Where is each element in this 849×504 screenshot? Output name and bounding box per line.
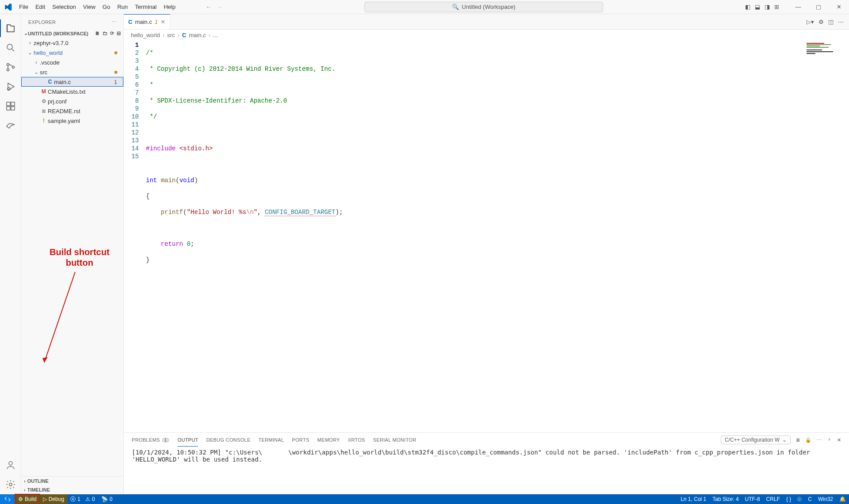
menu-file[interactable]: File — [15, 0, 32, 14]
editor-tab-main-c[interactable]: C main.c 1 ✕ — [124, 14, 170, 29]
svg-point-10 — [9, 483, 12, 486]
menu-view[interactable]: View — [80, 0, 99, 14]
menu-run[interactable]: Run — [114, 0, 131, 14]
maximize-icon[interactable]: ▢ — [808, 0, 829, 14]
minimap[interactable] — [805, 40, 849, 432]
status-language[interactable]: C — [805, 494, 815, 504]
workspace-header[interactable]: ⌄ UNTITLED (WORKSPACE) 🗎 🗀 ⟳ ⊟ — [21, 30, 123, 37]
status-encoding[interactable]: UTF-8 — [742, 494, 763, 504]
debug-button[interactable]: ▷Debug — [40, 494, 67, 504]
filter-icon[interactable]: ≣ — [796, 437, 800, 443]
split-editor-icon[interactable]: ◫ — [828, 19, 834, 25]
toggle-primary-sidebar-icon[interactable]: ◧ — [745, 4, 750, 10]
c-file-icon: C — [46, 79, 54, 85]
svg-rect-6 — [7, 107, 10, 110]
zephyr-icon[interactable] — [0, 116, 21, 135]
warning-icon: ⚠ — [85, 496, 90, 502]
explorer-more-icon[interactable]: ⋯ — [111, 19, 116, 25]
gear-icon[interactable]: ⚙ — [818, 19, 824, 25]
panel-close-icon[interactable]: ✕ — [837, 437, 841, 443]
modified-dot-icon: ● — [114, 68, 118, 76]
refresh-icon[interactable]: ⟳ — [110, 31, 114, 36]
outline-section[interactable]: ›OUTLINE — [21, 477, 123, 485]
accounts-icon[interactable] — [0, 455, 21, 475]
status-braces-icon[interactable]: { } — [783, 494, 794, 504]
nav-forward-icon[interactable]: → — [217, 4, 222, 10]
panel-tab-xrtos[interactable]: XRTOS — [348, 435, 365, 444]
panel-tab-output[interactable]: OUTPUT — [177, 435, 198, 444]
breadcrumb-item[interactable]: ... — [213, 32, 218, 38]
explorer-icon[interactable] — [0, 19, 21, 38]
menu-edit[interactable]: Edit — [32, 0, 49, 14]
tree-folder-src[interactable]: ⌄src● — [21, 67, 123, 77]
tree-folder-zephyr[interactable]: ›zephyr-v3.7.0 — [21, 38, 123, 48]
menu-help[interactable]: Help — [160, 0, 179, 14]
tab-close-icon[interactable]: ✕ — [161, 19, 165, 25]
tree-file-cmakelists[interactable]: MCMakeLists.txt — [21, 87, 123, 96]
run-debug-icon[interactable] — [0, 77, 21, 96]
status-tab-size[interactable]: Tab Size: 4 — [709, 494, 742, 504]
status-eol[interactable]: CRLF — [763, 494, 783, 504]
status-problems[interactable]: ⓧ1 ⚠0 — [67, 494, 98, 504]
collapse-icon[interactable]: ⊟ — [117, 31, 121, 36]
output-body[interactable]: [10/1/2024, 10:50:32 PM] "c:\Users\ \wor… — [124, 447, 849, 494]
panel-tab-problems[interactable]: PROBLEMS1 — [132, 435, 169, 444]
more-icon[interactable]: ⋯ — [817, 437, 822, 443]
new-file-icon[interactable]: 🗎 — [95, 31, 100, 36]
new-folder-icon[interactable]: 🗀 — [103, 31, 107, 36]
code-editor[interactable]: 123456789101112131415 /* * Copyright (c)… — [124, 40, 849, 432]
breadcrumb-item[interactable]: main.c — [189, 32, 206, 38]
build-button[interactable]: ⚙Build — [15, 494, 40, 504]
tree-file-readme[interactable]: ≣README.rst — [21, 106, 123, 116]
tree-file-sample-yaml[interactable]: !sample.yaml — [21, 116, 123, 126]
chevron-down-icon: ⌄ — [33, 69, 40, 75]
more-actions-icon[interactable]: ⋯ — [838, 19, 844, 25]
svg-point-9 — [9, 462, 12, 465]
timeline-section[interactable]: ›TIMELINE — [21, 485, 123, 494]
code-content[interactable]: /* * Copyright (c) 2012-2014 Wind River … — [146, 40, 849, 432]
workspace-name: UNTITLED (WORKSPACE) — [28, 31, 88, 36]
menu-terminal[interactable]: Terminal — [131, 0, 160, 14]
command-center[interactable]: 🔍 Untitled (Workspace) — [364, 2, 603, 12]
panel-tab-terminal[interactable]: TERMINAL — [258, 435, 284, 444]
toggle-panel-icon[interactable]: ⬓ — [755, 4, 760, 10]
tree-file-main-c[interactable]: Cmain.c1 — [21, 77, 123, 87]
tree-folder-hello-world[interactable]: ⌄hello_world● — [21, 48, 123, 57]
customize-layout-icon[interactable]: ⊞ — [774, 4, 779, 10]
lock-icon[interactable]: 🔒 — [805, 437, 811, 443]
panel-tab-ports[interactable]: PORTS — [292, 435, 309, 444]
status-language-extra-icon[interactable]: ⦾ — [794, 494, 805, 504]
menu-go[interactable]: Go — [99, 0, 114, 14]
panel-tab-memory[interactable]: MEMORY — [317, 435, 340, 444]
extensions-icon[interactable] — [0, 96, 21, 116]
layout-controls: ◧ ⬓ ◨ ⊞ — [745, 4, 779, 10]
tree-folder-vscode[interactable]: ›.vscode — [21, 57, 123, 67]
breadcrumb-item[interactable]: hello_world — [131, 32, 160, 38]
status-ports[interactable]: 📡0 — [98, 494, 116, 504]
status-cursor-position[interactable]: Ln 1, Col 1 — [677, 494, 709, 504]
output-channel-select[interactable]: C/C++ Configuration W⌄ — [721, 435, 791, 444]
source-control-icon[interactable] — [0, 57, 21, 77]
chevron-right-icon: › — [24, 478, 26, 484]
chevron-up-icon[interactable]: ＾ — [827, 437, 832, 443]
vscode-logo-icon — [0, 3, 15, 11]
status-notifications-icon[interactable]: 🔔 — [836, 494, 849, 504]
settings-gear-icon[interactable] — [0, 475, 21, 494]
nav-back-icon[interactable]: ← — [206, 4, 211, 10]
toggle-secondary-sidebar-icon[interactable]: ◨ — [765, 4, 770, 10]
svg-rect-5 — [7, 102, 10, 106]
remote-indicator[interactable] — [0, 494, 15, 504]
run-split-icon[interactable]: ▷▾ — [807, 19, 814, 25]
status-win32[interactable]: Win32 — [815, 494, 836, 504]
panel-tab-debug-console[interactable]: DEBUG CONSOLE — [206, 435, 250, 444]
command-center-text: Untitled (Workspace) — [462, 4, 515, 10]
tree-file-prj-conf[interactable]: ⚙prj.conf — [21, 96, 123, 106]
breadcrumb-item[interactable]: src — [167, 32, 175, 38]
svg-point-1 — [7, 64, 9, 66]
minimize-icon[interactable]: — — [788, 0, 808, 14]
menu-selection[interactable]: Selection — [49, 0, 79, 14]
close-icon[interactable]: ✕ — [829, 0, 849, 14]
search-activity-icon[interactable] — [0, 38, 21, 57]
panel-tab-serial-monitor[interactable]: SERIAL MONITOR — [373, 435, 417, 444]
breadcrumbs[interactable]: hello_world› src› C main.c› ... — [124, 30, 849, 40]
